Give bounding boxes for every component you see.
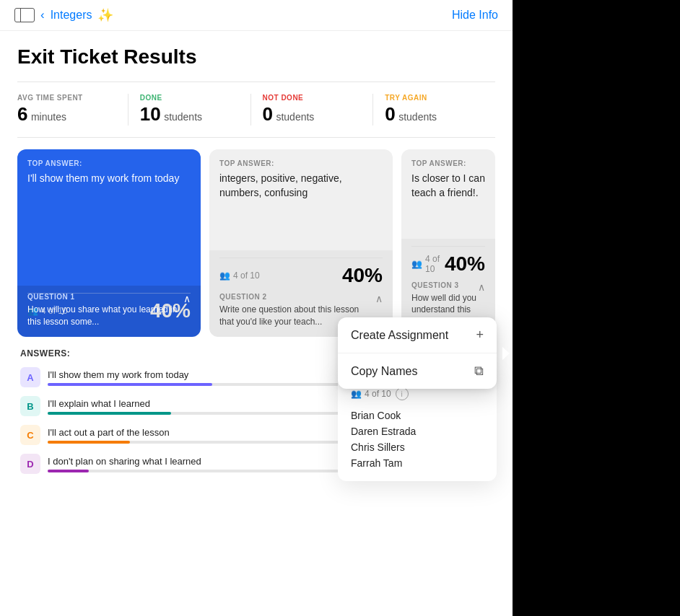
popup-arrow bbox=[502, 347, 510, 360]
card2-students-text: 4 of 10 bbox=[233, 270, 260, 281]
black-panel bbox=[513, 0, 680, 616]
student-name-brian: Brian Cook bbox=[351, 408, 484, 423]
stats-row: AVG TIME SPENT 6 minutes DONE 10 student… bbox=[17, 94, 495, 126]
stat-done: DONE 10 students bbox=[128, 94, 250, 126]
copy-icon: ⧉ bbox=[474, 364, 484, 379]
card2-top: TOP ANSWER: integers, positive, negative… bbox=[209, 149, 393, 207]
popup-menu: Create Assignment + Copy Names ⧉ bbox=[338, 317, 497, 389]
stat-not-done: NOT DONE 0 students bbox=[250, 94, 373, 126]
students-count-badge: 👥 4 of 10 bbox=[351, 389, 391, 399]
card1-question-content: QUESTION 1 How will you share what you l… bbox=[27, 293, 183, 328]
stat-done-number: 10 bbox=[140, 103, 161, 125]
stat-try-again-label: TRY AGAIN bbox=[385, 94, 484, 102]
create-assignment-label: Create Assignment bbox=[351, 329, 448, 342]
cards-row: TOP ANSWER: I'll show them my work from … bbox=[17, 149, 495, 337]
card1-question-text: How will you share what you learned in t… bbox=[27, 304, 183, 328]
card2-answer-text: integers, positive, negative, numbers, c… bbox=[219, 172, 383, 200]
answer-card-1[interactable]: TOP ANSWER: I'll show them my work from … bbox=[17, 149, 201, 337]
card3-students-text: 4 of 10 bbox=[425, 254, 445, 274]
answer-bar-fill-a bbox=[48, 383, 212, 386]
card2-students: 👥 4 of 10 bbox=[219, 270, 260, 281]
stat-done-unit: students bbox=[164, 111, 202, 123]
card2-divider bbox=[219, 258, 383, 258]
people-icon-2: 👥 bbox=[219, 270, 230, 281]
card2-question-label: QUESTION 2 bbox=[219, 293, 375, 301]
card2-meta-row: 👥 4 of 10 40% bbox=[219, 264, 383, 287]
back-chevron[interactable]: ‹ bbox=[40, 8, 45, 22]
stat-try-again: TRY AGAIN 0 students bbox=[372, 94, 495, 126]
create-assignment-item[interactable]: Create Assignment + bbox=[338, 317, 497, 353]
answer-card-2[interactable]: TOP ANSWER: integers, positive, negative… bbox=[209, 149, 393, 337]
answer-letter-d: D bbox=[20, 454, 40, 474]
copy-names-label: Copy Names bbox=[351, 365, 417, 378]
sparkle-icon: ✨ bbox=[97, 7, 113, 23]
card1-question-label: QUESTION 1 bbox=[27, 293, 183, 301]
stat-avg-time: AVG TIME SPENT 6 minutes bbox=[17, 94, 128, 126]
stat-not-done-number: 0 bbox=[263, 103, 273, 125]
card3-chevron-icon[interactable]: ∧ bbox=[478, 281, 485, 293]
student-name-farrah: Farrah Tam bbox=[351, 455, 484, 471]
stat-not-done-label: NOT DONE bbox=[263, 94, 362, 102]
card3-top-label: TOP ANSWER: bbox=[411, 159, 485, 167]
top-bar: ‹ Integers ✨ Hide Info bbox=[0, 0, 513, 31]
copy-names-item[interactable]: Copy Names ⧉ bbox=[338, 353, 497, 389]
card1-top-label: TOP ANSWER: bbox=[27, 159, 191, 167]
back-link[interactable]: Integers bbox=[51, 9, 92, 22]
card2-percent: 40% bbox=[342, 264, 383, 287]
answer-bar-fill-d bbox=[48, 470, 89, 472]
card1-question-inner: QUESTION 1 How will you share what you l… bbox=[27, 293, 191, 328]
sidebar-toggle[interactable] bbox=[14, 8, 35, 22]
students-count-row: 👥 4 of 10 i bbox=[351, 387, 484, 400]
students-count-text: 4 of 10 bbox=[365, 389, 391, 399]
card2-chevron-icon[interactable]: ∧ bbox=[375, 293, 383, 304]
card1-answer-text: I'll show them my work from today bbox=[27, 172, 191, 186]
stat-done-value: 10 students bbox=[140, 103, 239, 126]
card3-divider bbox=[411, 246, 485, 247]
card3-question-label: QUESTION 3 bbox=[411, 281, 478, 289]
student-name-daren: Daren Estrada bbox=[351, 423, 484, 439]
stat-try-again-unit: students bbox=[398, 111, 437, 123]
card1-chevron-icon[interactable]: ∧ bbox=[183, 293, 191, 304]
divider-2 bbox=[17, 137, 495, 138]
stat-not-done-unit: students bbox=[276, 111, 314, 123]
card3-answer-text: Is closer to I can teach a friend!. bbox=[411, 172, 485, 200]
card3-top: TOP ANSWER: Is closer to I can teach a f… bbox=[401, 149, 495, 207]
people-icon-3: 👥 bbox=[411, 259, 422, 269]
hide-info-button[interactable]: Hide Info bbox=[452, 9, 498, 22]
stat-avg-time-unit: minutes bbox=[31, 111, 66, 123]
card3-percent: 40% bbox=[445, 252, 485, 276]
student-name-chris: Chris Sillers bbox=[351, 439, 484, 455]
create-assignment-plus-icon: + bbox=[476, 327, 484, 343]
stat-try-again-number: 0 bbox=[385, 103, 395, 125]
answer-bar-fill-b bbox=[48, 412, 171, 415]
stat-not-done-value: 0 students bbox=[263, 103, 362, 126]
students-people-icon: 👥 bbox=[351, 389, 362, 399]
stat-try-again-value: 0 students bbox=[385, 103, 484, 126]
answer-letter-c: C bbox=[20, 425, 40, 445]
stat-avg-time-value: 6 minutes bbox=[17, 103, 116, 126]
card3-meta-row: 👥 4 of 10 40% bbox=[411, 252, 485, 276]
stat-avg-time-number: 6 bbox=[17, 103, 27, 125]
card3-students: 👥 4 of 10 bbox=[411, 254, 445, 274]
top-bar-left: ‹ Integers ✨ bbox=[14, 7, 113, 23]
divider-1 bbox=[17, 82, 495, 82]
page-title: Exit Ticket Results bbox=[17, 45, 495, 69]
card1-question-section: QUESTION 1 How will you share what you l… bbox=[17, 286, 201, 337]
answer-card-3[interactable]: TOP ANSWER: Is closer to I can teach a f… bbox=[401, 149, 495, 337]
info-circle-icon[interactable]: i bbox=[396, 387, 409, 400]
back-label: Integers bbox=[51, 9, 92, 22]
stat-avg-time-label: AVG TIME SPENT bbox=[17, 94, 116, 102]
answer-bar-fill-c bbox=[48, 441, 130, 444]
stat-done-label: DONE bbox=[140, 94, 239, 102]
card1-top: TOP ANSWER: I'll show them my work from … bbox=[17, 149, 201, 193]
answer-letter-a: A bbox=[20, 367, 40, 387]
answer-letter-b: B bbox=[20, 396, 40, 416]
card2-top-label: TOP ANSWER: bbox=[219, 159, 383, 167]
